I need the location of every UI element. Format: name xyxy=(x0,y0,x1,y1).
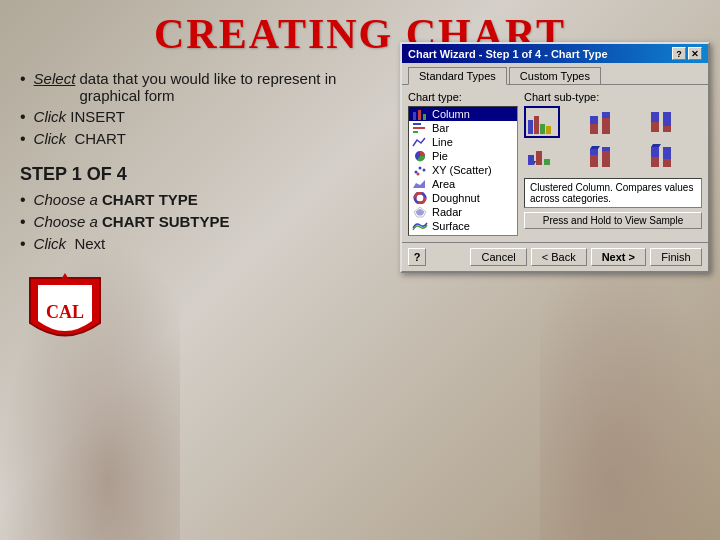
chart-item-bubble[interactable]: Bubble xyxy=(409,233,517,236)
chart-label-column: Column xyxy=(432,108,470,120)
svg-rect-46 xyxy=(602,151,610,167)
logo: CAL xyxy=(20,273,120,353)
back-button[interactable]: < Back xyxy=(531,248,587,266)
help-titlebar-btn[interactable]: ? xyxy=(672,47,686,60)
dialog-footer: ? Cancel < Back Next > Finish xyxy=(402,242,708,271)
svg-rect-6 xyxy=(413,127,425,129)
footer-buttons: Cancel < Back Next > Finish xyxy=(470,248,702,266)
svg-rect-42 xyxy=(590,149,598,155)
svg-rect-49 xyxy=(663,147,671,159)
dialog-titlebar: Chart Wizard - Step 1 of 4 - Chart Type … xyxy=(402,44,708,63)
chart-item-xy[interactable]: XY (Scatter) xyxy=(409,163,517,177)
chart-type-panel: Chart type: Column Bar xyxy=(408,91,518,236)
main-content: CREATING CHART Select data that you woul… xyxy=(0,0,720,363)
subtype-3d-100stacked[interactable] xyxy=(645,141,681,173)
bullet-select-italic: Select xyxy=(34,70,76,87)
bullet-insert-rest: INSERT xyxy=(70,108,125,125)
chart-subtype-label: Chart sub-type: xyxy=(524,91,702,103)
tab-custom-types[interactable]: Custom Types xyxy=(509,67,601,84)
subtype-100stacked[interactable] xyxy=(645,106,681,138)
svg-rect-5 xyxy=(413,123,421,125)
chart-label-doughnut: Doughnut xyxy=(432,192,480,204)
subtype-3d-clustered[interactable] xyxy=(524,141,560,173)
dialog-title: Chart Wizard - Step 1 of 4 - Chart Type xyxy=(408,48,608,60)
subtype-grid xyxy=(524,106,702,173)
finish-button[interactable]: Finish xyxy=(650,248,702,266)
chart-label-pie: Pie xyxy=(432,150,448,162)
svg-rect-31 xyxy=(590,124,598,134)
svg-rect-4 xyxy=(423,114,426,120)
svg-rect-27 xyxy=(534,116,539,134)
svg-rect-33 xyxy=(602,118,610,134)
svg-rect-7 xyxy=(413,131,418,133)
chart-item-line[interactable]: Line xyxy=(409,135,517,149)
chart-type-list[interactable]: Column Bar Line xyxy=(408,106,518,236)
chart-description: Clustered Column. Compares values across… xyxy=(524,178,702,208)
svg-text:CAL: CAL xyxy=(46,302,84,322)
dialog-tabs: Standard Types Custom Types xyxy=(402,63,708,84)
bullet-select: Select data that you would like to repre… xyxy=(20,70,370,104)
titlebar-buttons: ? ✕ xyxy=(672,47,702,60)
step-bullet-type: Choose a CHART TYPE xyxy=(20,191,370,209)
chart-item-column[interactable]: Column xyxy=(409,107,517,121)
dialog-body: Chart type: Column Bar xyxy=(402,84,708,242)
svg-rect-30 xyxy=(590,116,598,124)
step-click: Click xyxy=(34,235,67,252)
bullet-insert: Click INSERT xyxy=(20,108,370,126)
tab-standard-types[interactable]: Standard Types xyxy=(408,67,507,85)
svg-point-12 xyxy=(417,173,420,176)
chart-item-bar[interactable]: Bar xyxy=(409,121,517,135)
svg-rect-40 xyxy=(536,151,542,165)
svg-marker-44 xyxy=(590,146,600,149)
svg-rect-37 xyxy=(663,126,671,132)
step-next: Next xyxy=(70,235,105,252)
svg-rect-50 xyxy=(663,159,671,167)
bullet-insert-italic: Click xyxy=(34,108,67,125)
step-chart-subtype: CHART SUBTYPE xyxy=(102,213,230,230)
close-titlebar-btn[interactable]: ✕ xyxy=(688,47,702,60)
step-choose-a-1: Choose a xyxy=(34,191,98,208)
svg-rect-3 xyxy=(418,110,421,120)
cancel-button[interactable]: Cancel xyxy=(470,248,526,266)
chart-label-bar: Bar xyxy=(432,122,449,134)
subtype-clustered[interactable] xyxy=(524,106,560,138)
chart-subtype-panel: Chart sub-type: xyxy=(524,91,702,236)
chart-label-xy: XY (Scatter) xyxy=(432,164,492,176)
chart-item-surface[interactable]: Surface xyxy=(409,219,517,233)
chart-label-area: Area xyxy=(432,178,455,190)
subtype-3d-stacked[interactable] xyxy=(584,141,620,173)
subtype-stacked[interactable] xyxy=(584,106,620,138)
svg-rect-29 xyxy=(546,126,551,134)
bullet-select-rest: data that you would like to represent in… xyxy=(79,70,370,104)
svg-rect-26 xyxy=(528,120,533,134)
bullet-chart-rest: CHART xyxy=(70,130,126,147)
step-choose-a-2: Choose a xyxy=(34,213,98,230)
bullet-chart-italic: Click xyxy=(34,130,67,147)
intro-bullets: Select data that you would like to repre… xyxy=(20,70,370,148)
step-chart-type: CHART TYPE xyxy=(102,191,198,208)
press-hold-btn[interactable]: Press and Hold to View Sample xyxy=(524,212,702,229)
chart-type-label: Chart type: xyxy=(408,91,518,103)
svg-rect-45 xyxy=(602,147,610,151)
svg-marker-16 xyxy=(416,209,424,215)
bullet-chart: Click CHART xyxy=(20,130,370,148)
chart-item-area[interactable]: Area xyxy=(409,177,517,191)
svg-rect-41 xyxy=(544,159,550,165)
chart-item-doughnut[interactable]: Doughnut xyxy=(409,191,517,205)
dialog-columns: Chart type: Column Bar xyxy=(408,91,702,236)
step-bullet-next: Click Next xyxy=(20,235,370,253)
next-button[interactable]: Next > xyxy=(591,248,646,266)
footer-left: ? xyxy=(408,248,426,266)
svg-rect-36 xyxy=(663,112,671,126)
left-section: Select data that you would like to repre… xyxy=(20,66,370,353)
svg-rect-2 xyxy=(413,112,416,120)
chart-item-radar[interactable]: Radar xyxy=(409,205,517,219)
step-bullet-subtype: Choose a CHART SUBTYPE xyxy=(20,213,370,231)
cal-logo-svg: CAL xyxy=(20,273,110,348)
svg-rect-39 xyxy=(528,155,534,165)
svg-rect-43 xyxy=(590,155,598,167)
step-bullets: Choose a CHART TYPE Choose a CHART SUBTY… xyxy=(20,191,370,253)
help-button[interactable]: ? xyxy=(408,248,426,266)
chart-item-pie[interactable]: Pie xyxy=(409,149,517,163)
chart-label-surface: Surface xyxy=(432,220,470,232)
